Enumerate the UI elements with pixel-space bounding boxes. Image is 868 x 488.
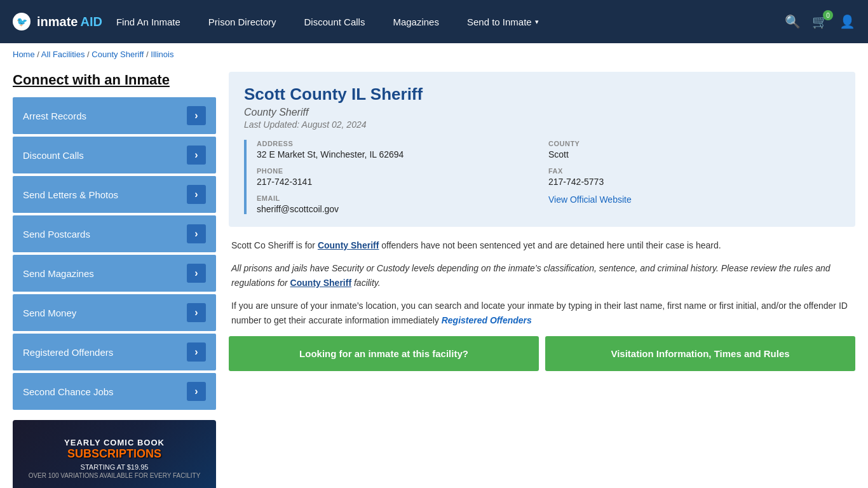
detail-fax: FAX 217-742-5773 [548, 167, 840, 187]
ad-content: YEARLY COMIC BOOK SUBSCRIPTIONS STARTING… [29, 438, 201, 479]
breadcrumb-all-facilities[interactable]: All Facilities [41, 50, 85, 59]
sidebar-arrow-send-magazines: › [187, 264, 206, 283]
logo-icon: 🐦 [13, 13, 31, 30]
desc-p2-suffix: facility. [351, 278, 381, 288]
sidebar-arrow-discount-calls: › [187, 146, 206, 165]
logo-text-aid: AID [80, 15, 102, 29]
logo-bird-icon: 🐦 [17, 17, 27, 27]
facility-name: Scott County IL Sheriff [244, 85, 840, 104]
nav-links: Find An Inmate Prison Directory Discount… [102, 0, 785, 43]
description-para1: Scott Co Sheriff is for County Sheriff o… [231, 238, 853, 252]
ad-line4: OVER 100 VARIATIONS AVAILABLE FOR EVERY … [29, 472, 201, 479]
dropdown-arrow-icon: ▾ [535, 18, 539, 26]
sidebar-arrow-send-postcards: › [187, 224, 206, 243]
nav-magazines[interactable]: Magazines [379, 0, 453, 43]
detail-email: EMAIL sheriff@scottcoil.gov [257, 194, 548, 214]
breadcrumb-county-sheriff[interactable]: County Sheriff [92, 50, 144, 59]
ad-line2: SUBSCRIPTIONS [29, 447, 201, 461]
phone-label: PHONE [257, 167, 548, 175]
desc-p1-highlight[interactable]: County Sheriff [318, 240, 379, 250]
sidebar-ad[interactable]: YEARLY COMIC BOOK SUBSCRIPTIONS STARTING… [13, 420, 216, 488]
nav-prison-directory[interactable]: Prison Directory [194, 0, 290, 43]
desc-p3-text: If you are unsure of your inmate’s locat… [231, 301, 848, 325]
detail-address: ADDRESS 32 E Market St, Winchester, IL 6… [257, 140, 548, 159]
cart-icon[interactable]: 🛒 0 [812, 14, 828, 29]
facility-card: Scott County IL Sheriff County Sheriff L… [229, 72, 855, 227]
fax-value: 217-742-5773 [548, 177, 840, 187]
fax-label: FAX [548, 167, 840, 175]
visitation-info-button[interactable]: Visitation Information, Times and Rules [545, 336, 855, 372]
breadcrumb-illinois[interactable]: Illinois [151, 50, 173, 59]
sidebar-item-arrest-records[interactable]: Arrest Records › [13, 97, 216, 134]
description-para3: If you are unsure of your inmate’s locat… [231, 299, 853, 327]
breadcrumb: Home / All Facilities / County Sheriff /… [0, 43, 868, 65]
address-label: ADDRESS [257, 140, 548, 147]
facility-type: County Sheriff [244, 107, 840, 118]
sidebar-item-send-postcards[interactable]: Send Postcards › [13, 215, 216, 252]
description: Scott Co Sheriff is for County Sheriff o… [229, 238, 855, 327]
ad-line3: STARTING AT $19.95 [29, 463, 201, 471]
facility-updated: Last Updated: August 02, 2024 [244, 119, 840, 130]
sidebar-arrow-registered-offenders: › [187, 342, 206, 362]
logo[interactable]: 🐦 inmateAID [13, 13, 102, 30]
nav-icons: 🔍 🛒 0 👤 [785, 14, 855, 29]
county-label: COUNTY [548, 140, 840, 147]
email-value: sheriff@scottcoil.gov [257, 204, 548, 214]
email-label: EMAIL [257, 194, 548, 202]
county-value: Scott [548, 149, 840, 159]
sidebar-arrow-second-chance-jobs: › [187, 382, 206, 401]
sidebar-arrow-send-letters: › [187, 185, 206, 204]
find-inmate-button[interactable]: Looking for an inmate at this facility? [229, 336, 539, 372]
sidebar-title: Connect with an Inmate [13, 72, 216, 88]
sidebar-item-send-money[interactable]: Send Money › [13, 294, 216, 331]
nav-discount-calls[interactable]: Discount Calls [290, 0, 379, 43]
sidebar-arrow-send-money: › [187, 303, 206, 322]
facility-details: ADDRESS 32 E Market St, Winchester, IL 6… [244, 140, 840, 214]
detail-phone: PHONE 217-742-3141 [257, 167, 548, 187]
phone-value: 217-742-3141 [257, 177, 548, 187]
detail-website: View Official Website [548, 194, 840, 214]
sidebar-item-second-chance-jobs[interactable]: Second Chance Jobs › [13, 373, 216, 410]
search-icon[interactable]: 🔍 [785, 14, 801, 29]
view-official-website-link[interactable]: View Official Website [548, 194, 632, 205]
action-buttons: Looking for an inmate at this facility? … [229, 336, 855, 372]
nav-send-to-inmate[interactable]: Send to Inmate ▾ [453, 0, 553, 43]
nav-find-inmate[interactable]: Find An Inmate [102, 0, 194, 43]
registered-offenders-link[interactable]: Registered Offenders [442, 315, 532, 325]
sidebar: Connect with an Inmate Arrest Records › … [13, 72, 216, 488]
sidebar-item-discount-calls[interactable]: Discount Calls › [13, 137, 216, 173]
description-para2: All prisons and jails have Security or C… [231, 261, 853, 290]
main-layout: Connect with an Inmate Arrest Records › … [0, 65, 868, 488]
breadcrumb-home[interactable]: Home [13, 50, 35, 59]
sidebar-item-send-letters[interactable]: Send Letters & Photos › [13, 176, 216, 213]
sidebar-item-send-magazines[interactable]: Send Magazines › [13, 255, 216, 292]
address-value: 32 E Market St, Winchester, IL 62694 [257, 149, 548, 159]
detail-county: COUNTY Scott [548, 140, 840, 159]
sidebar-arrow-arrest-records: › [187, 106, 206, 125]
sidebar-item-registered-offenders[interactable]: Registered Offenders › [13, 334, 216, 370]
navigation: 🐦 inmateAID Find An Inmate Prison Direct… [0, 0, 868, 43]
content: Scott County IL Sheriff County Sheriff L… [229, 72, 855, 488]
cart-badge: 0 [823, 10, 833, 20]
desc-p1-prefix: Scott Co Sheriff is for [231, 240, 318, 250]
logo-text-inmate: inmate [37, 15, 78, 29]
ad-line1: YEARLY COMIC BOOK [29, 438, 201, 447]
desc-p1-suffix: offenders have not been sentenced yet an… [379, 240, 721, 250]
user-icon[interactable]: 👤 [839, 14, 855, 29]
desc-p2-highlight[interactable]: County Sheriff [290, 278, 351, 288]
